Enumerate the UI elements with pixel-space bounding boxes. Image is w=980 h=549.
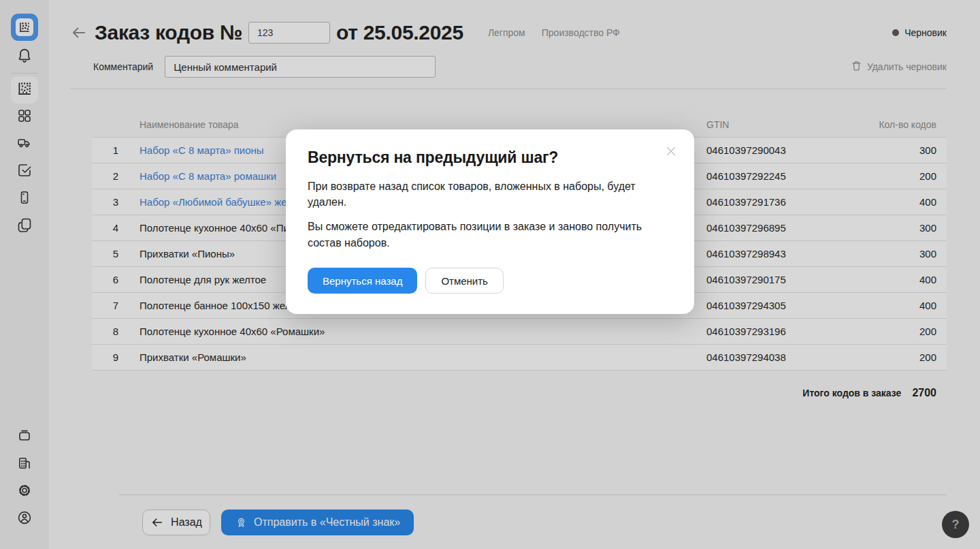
dialog-paragraph-2: Вы сможете отредактировать позиции в зак…: [308, 219, 670, 250]
dialog-body: При возврате назад список товаров, вложе…: [308, 178, 670, 251]
close-icon: [665, 145, 677, 157]
close-dialog-button[interactable]: [663, 143, 679, 159]
confirm-return-dialog: Вернуться на предыдущий шаг? При возврат…: [286, 129, 694, 314]
confirm-return-button[interactable]: Вернуться назад: [308, 268, 417, 294]
dialog-title: Вернуться на предыдущий шаг?: [308, 148, 672, 167]
cancel-button[interactable]: Отменить: [425, 268, 504, 294]
dialog-paragraph-1: При возврате назад список товаров, вложе…: [308, 178, 670, 210]
